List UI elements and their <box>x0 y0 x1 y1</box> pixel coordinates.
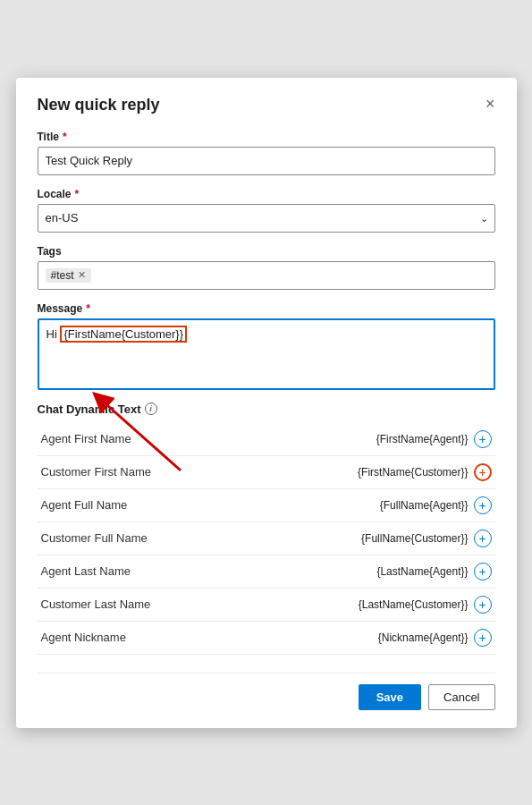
message-prefix: Hi <box>46 327 61 341</box>
title-required: * <box>63 131 67 143</box>
title-label: Title* <box>38 131 495 143</box>
dynamic-row-token: {FirstName{Customer}} <box>358 466 468 479</box>
title-field-group: Title* <box>38 131 495 175</box>
dynamic-text-table: Agent First Name{FirstName{Agent}}+Custo… <box>38 423 495 655</box>
dynamic-table-row: Customer First Name{FirstName{Customer}}… <box>38 455 495 488</box>
dynamic-text-title: Chat Dynamic Text i <box>38 402 495 416</box>
tags-input[interactable]: #test ✕ <box>38 261 495 290</box>
locale-select-wrapper: en-US fr-FR de-DE es-ES ⌄ <box>38 204 495 233</box>
dynamic-row-token: {LastName{Agent}} <box>376 565 468 578</box>
dynamic-row-token-cell: {FullName{Agent}}+ <box>246 488 495 521</box>
dynamic-table-row: Agent Nickname{Nickname{Agent}}+ <box>38 621 495 654</box>
dynamic-table-row: Agent Full Name{FullName{Agent}}+ <box>38 488 495 521</box>
dynamic-row-label: Customer Full Name <box>38 521 246 555</box>
dynamic-row-token-cell: {FirstName{Customer}}+ <box>246 455 495 488</box>
dynamic-row-token-cell: {FullName{Customer}}+ <box>246 521 495 555</box>
add-token-button[interactable]: + <box>474 563 492 580</box>
locale-field-group: Locale* en-US fr-FR de-DE es-ES ⌄ <box>38 188 495 233</box>
dynamic-table-row: Agent First Name{FirstName{Agent}}+ <box>38 423 495 456</box>
dynamic-row-token-cell: {FirstName{Agent}}+ <box>246 423 495 456</box>
message-field-group: Message* Hi {FirstName{Customer}} <box>38 302 495 390</box>
message-label: Message* <box>38 302 495 315</box>
add-token-button[interactable]: + <box>474 629 492 647</box>
dynamic-row-token: {Nickname{Agent}} <box>378 631 469 644</box>
new-quick-reply-dialog: New quick reply × Title* Locale* en-US f… <box>16 78 517 728</box>
add-token-button[interactable]: + <box>474 496 492 514</box>
dynamic-row-label: Customer First Name <box>38 455 246 488</box>
dynamic-row-label: Customer Last Name <box>38 588 246 621</box>
locale-select[interactable]: en-US fr-FR de-DE es-ES <box>38 204 495 233</box>
add-token-button[interactable]: + <box>474 463 492 481</box>
tag-item: #test ✕ <box>46 268 91 283</box>
message-textarea[interactable]: Hi {FirstName{Customer}} <box>38 318 495 390</box>
dynamic-row-token-cell: {LastName{Agent}}+ <box>246 555 495 588</box>
message-required: * <box>86 302 90 315</box>
locale-label: Locale* <box>38 188 495 200</box>
add-token-button[interactable]: + <box>474 596 492 614</box>
add-token-button[interactable]: + <box>474 430 492 448</box>
dynamic-table-row: Agent Last Name{LastName{Agent}}+ <box>38 555 495 588</box>
cancel-button[interactable]: Cancel <box>428 684 494 710</box>
close-button[interactable]: × <box>486 96 495 112</box>
dynamic-row-label: Agent Nickname <box>38 621 246 654</box>
dynamic-text-section: Chat Dynamic Text i Agent First Name{Fir… <box>38 402 495 655</box>
dynamic-row-label: Agent Last Name <box>38 555 246 588</box>
dynamic-table-row: Customer Full Name{FullName{Customer}}+ <box>38 521 495 555</box>
dialog-title: New quick reply <box>38 96 160 114</box>
dynamic-table-row: Customer Last Name{LastName{Customer}}+ <box>38 588 495 621</box>
dialog-footer: Save Cancel <box>38 673 495 710</box>
dynamic-row-token: {FullName{Customer}} <box>361 532 468 545</box>
save-button[interactable]: Save <box>359 684 421 710</box>
add-token-button[interactable]: + <box>474 530 492 547</box>
dynamic-text-info-icon[interactable]: i <box>145 402 157 415</box>
title-input[interactable] <box>38 147 495 175</box>
dynamic-row-token: {FirstName{Agent}} <box>376 433 469 445</box>
dynamic-row-token: {LastName{Customer}} <box>359 598 469 611</box>
locale-required: * <box>75 188 80 200</box>
message-area-wrapper: Hi {FirstName{Customer}} <box>38 318 495 390</box>
tag-remove-button[interactable]: ✕ <box>78 269 86 281</box>
tag-text: #test <box>51 269 74 282</box>
tags-label: Tags <box>38 245 495 258</box>
dynamic-row-token-cell: {LastName{Customer}}+ <box>246 588 495 621</box>
dynamic-row-token: {FullName{Agent}} <box>380 499 469 512</box>
dynamic-row-label: Agent First Name <box>38 423 246 456</box>
message-highlight: {FirstName{Customer}} <box>60 326 187 343</box>
dynamic-row-token-cell: {Nickname{Agent}}+ <box>246 621 495 654</box>
dialog-header: New quick reply × <box>38 96 495 114</box>
tags-field-group: Tags #test ✕ <box>38 245 495 290</box>
dynamic-row-label: Agent Full Name <box>38 488 246 521</box>
